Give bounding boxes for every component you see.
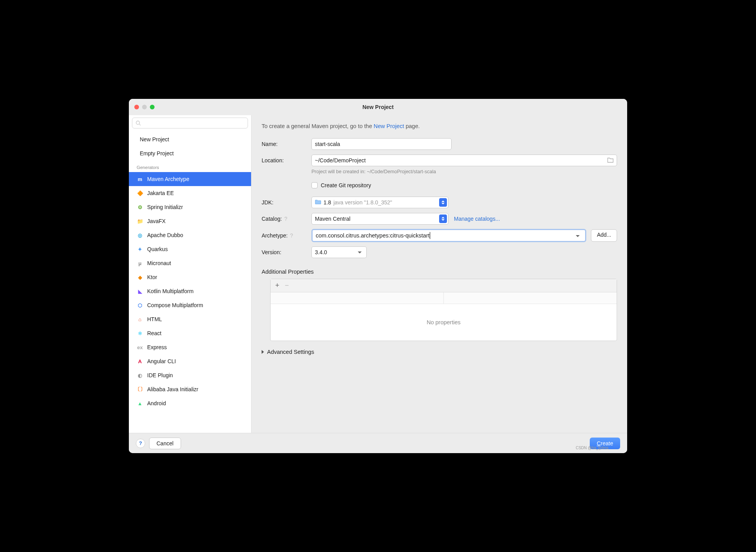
text-cursor: [430, 232, 430, 239]
new-project-dialog: New Project New ProjectEmpty ProjectGene…: [129, 99, 627, 453]
sidebar-item-ktor[interactable]: ◆Ktor: [129, 270, 251, 284]
kotlin-multiplatform-icon: ◣: [137, 288, 143, 295]
search-icon: [135, 120, 141, 126]
intro-text: To create a general Maven project, go to…: [262, 123, 617, 129]
react-icon: ⚛: [137, 330, 143, 337]
help-icon[interactable]: ?: [290, 232, 293, 239]
location-hint: Project will be created in: ~/Code/DemoP…: [311, 169, 617, 174]
close-window-button[interactable]: [134, 105, 139, 109]
sidebar: New ProjectEmpty ProjectGeneratorsmMaven…: [129, 115, 251, 433]
sidebar-item-label: IDE Plugin: [147, 372, 173, 378]
sidebar-item-label: Jakarta EE: [147, 190, 174, 196]
watermark: CSDN @ha_lydms: [576, 446, 608, 450]
catalog-select[interactable]: Maven Central: [311, 213, 448, 225]
sidebar-item-new-project[interactable]: New Project: [129, 132, 251, 146]
maven-archetype-icon: m: [137, 176, 143, 183]
sidebar-item-jakarta-ee[interactable]: 🔶Jakarta EE: [129, 186, 251, 200]
add-archetype-button[interactable]: Add...: [591, 229, 617, 242]
minimize-window-button[interactable]: [142, 105, 147, 109]
express-icon: ex: [137, 344, 143, 351]
manage-catalogs-link[interactable]: Manage catalogs...: [454, 216, 500, 222]
version-select[interactable]: 3.4.0: [311, 246, 367, 258]
sidebar-item-quarkus[interactable]: ✦Quarkus: [129, 242, 251, 256]
sidebar-item-label: Express: [147, 344, 167, 350]
android-icon: ▲: [137, 400, 143, 407]
ktor-icon: ◆: [137, 274, 143, 281]
dialog-title: New Project: [134, 104, 622, 110]
sidebar-item-android[interactable]: ▲Android: [129, 396, 251, 410]
sidebar-item-spring-initializr[interactable]: ⚙Spring Initializr: [129, 200, 251, 214]
html-icon: ⌂: [137, 316, 143, 323]
git-checkbox[interactable]: [311, 182, 318, 188]
jdk-select[interactable]: 1.8 java version "1.8.0_352": [311, 197, 448, 208]
sidebar-item-label: Maven Archetype: [147, 176, 189, 182]
location-label: Location:: [262, 157, 311, 163]
sidebar-item-html[interactable]: ⌂HTML: [129, 312, 251, 326]
location-input[interactable]: ~/Code/DemoProject: [311, 155, 617, 166]
generators-section-label: Generators: [129, 160, 251, 172]
sidebar-item-alibaba-java-initializr[interactable]: 〔〕Alibaba Java Initializr: [129, 382, 251, 396]
sidebar-item-kotlin-multiplatform[interactable]: ◣Kotlin Multiplatform: [129, 284, 251, 298]
jdk-label: JDK:: [262, 199, 311, 206]
sidebar-item-apache-dubbo[interactable]: ◎Apache Dubbo: [129, 228, 251, 242]
sidebar-item-javafx[interactable]: 📁JavaFX: [129, 214, 251, 228]
micronaut-icon: μ: [137, 260, 143, 267]
angular-cli-icon: A: [137, 358, 143, 365]
cancel-button[interactable]: Cancel: [149, 438, 181, 449]
alibaba-java-initializr-icon: 〔〕: [137, 386, 143, 393]
compose-multiplatform-icon: ⬡: [137, 302, 143, 309]
window-controls: [134, 105, 155, 109]
sidebar-item-label: Compose Multiplatform: [147, 302, 203, 308]
javafx-icon: 📁: [137, 218, 143, 225]
sidebar-item-compose-multiplatform[interactable]: ⬡Compose Multiplatform: [129, 298, 251, 312]
table-header: [271, 292, 617, 304]
dialog-footer: ? Cancel Create: [129, 433, 627, 453]
help-icon[interactable]: ?: [284, 216, 287, 222]
sidebar-item-ide-plugin[interactable]: ◐IDE Plugin: [129, 368, 251, 382]
maximize-window-button[interactable]: [150, 105, 155, 109]
sidebar-item-label: Apache Dubbo: [147, 232, 183, 238]
sidebar-item-label: React: [147, 330, 162, 336]
name-label: Name:: [262, 141, 311, 147]
titlebar: New Project: [129, 99, 627, 115]
sidebar-item-angular-cli[interactable]: AAngular CLI: [129, 354, 251, 368]
jakarta-ee-icon: 🔶: [137, 190, 143, 197]
sidebar-item-express[interactable]: exExpress: [129, 340, 251, 354]
help-button[interactable]: ?: [136, 439, 145, 448]
sidebar-item-label: HTML: [147, 316, 162, 322]
advanced-settings-toggle[interactable]: Advanced Settings: [262, 349, 617, 355]
chevron-right-icon: [262, 350, 264, 354]
version-label: Version:: [262, 249, 311, 255]
folder-icon: [315, 199, 321, 206]
sidebar-item-react[interactable]: ⚛React: [129, 326, 251, 340]
additional-properties-title: Additional Properties: [262, 269, 617, 275]
sidebar-item-label: Kotlin Multiplatform: [147, 288, 193, 294]
dropdown-arrows-icon: [439, 214, 447, 223]
sidebar-item-label: Micronaut: [147, 260, 171, 266]
archetype-label: Archetype: ?: [262, 232, 311, 239]
chevron-down-icon: [358, 251, 362, 253]
browse-folder-icon[interactable]: [607, 157, 614, 164]
apache-dubbo-icon: ◎: [137, 232, 143, 239]
sidebar-item-label: Android: [147, 400, 166, 406]
no-properties-label: No properties: [271, 304, 617, 341]
new-project-link[interactable]: New Project: [374, 123, 404, 129]
ide-plugin-icon: ◐: [137, 372, 143, 379]
sidebar-item-label: Angular CLI: [147, 358, 176, 364]
sidebar-item-maven-archetype[interactable]: mMaven Archetype: [129, 172, 251, 186]
sidebar-item-label: JavaFX: [147, 218, 165, 224]
dropdown-arrows-icon: [439, 198, 447, 207]
sidebar-item-label: Alibaba Java Initializr: [147, 386, 199, 392]
remove-property-button[interactable]: −: [285, 281, 289, 290]
archetype-input[interactable]: com.consol.citrus.archetypes:citrus-quic…: [311, 229, 586, 242]
add-property-button[interactable]: +: [275, 281, 280, 290]
name-input[interactable]: start-scala: [311, 138, 452, 150]
sidebar-item-micronaut[interactable]: μMicronaut: [129, 256, 251, 270]
sidebar-item-empty-project[interactable]: Empty Project: [129, 146, 251, 160]
search-input[interactable]: [132, 118, 248, 128]
additional-properties-table: + − No properties: [270, 279, 617, 341]
spring-initializr-icon: ⚙: [137, 204, 143, 211]
quarkus-icon: ✦: [137, 246, 143, 253]
git-checkbox-label: Create Git repository: [321, 182, 371, 188]
svg-point-0: [136, 121, 140, 125]
